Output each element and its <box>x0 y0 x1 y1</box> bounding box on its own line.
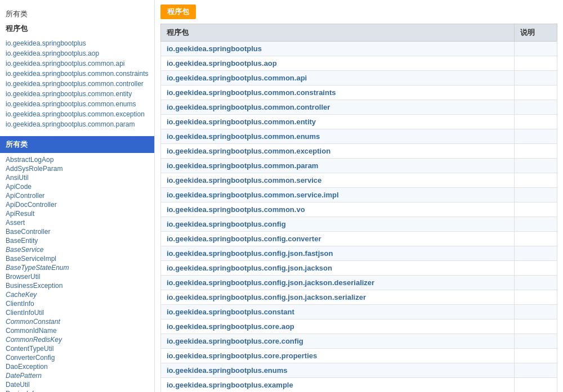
sidebar-package-link[interactable]: io.geekidea.springbootplus.common.constr… <box>0 69 154 79</box>
sidebar-package-link[interactable]: io.geekidea.springbootplus.aop <box>0 48 154 58</box>
sidebar-all-classes-header: 所有类 <box>0 136 154 153</box>
package-link[interactable]: io.geekidea.springbootplus.config.conver… <box>167 235 321 243</box>
sidebar-class-item[interactable]: ClientInfo <box>0 299 154 308</box>
package-link[interactable]: io.geekidea.springbootplus.example <box>167 381 293 389</box>
package-desc-cell <box>515 261 557 276</box>
sidebar-class-item[interactable]: BaseTypeStateEnum <box>0 263 154 272</box>
sidebar-class-item[interactable]: ConverterConfig <box>0 353 154 362</box>
sidebar-package-link[interactable]: io.geekidea.springbootplus.common.api <box>0 58 154 69</box>
package-link[interactable]: io.geekidea.springbootplus.aop <box>167 59 277 67</box>
table-row: io.geekidea.springbootplus.core.properti… <box>161 349 557 363</box>
package-link[interactable]: io.geekidea.springbootplus <box>167 44 262 53</box>
table-row: io.geekidea.springbootplus.common.enums <box>161 129 557 144</box>
sidebar-class-item[interactable]: ApiResult <box>0 209 154 218</box>
table-header-row: 程序包 说明 <box>161 24 557 42</box>
sidebar-class-item[interactable]: CacheKey <box>0 290 154 299</box>
package-name-cell: io.geekidea.springbootplus.common.contro… <box>161 100 515 115</box>
sidebar-class-item[interactable]: AnsiUtil <box>0 173 154 182</box>
package-desc-cell <box>515 363 557 378</box>
package-link[interactable]: io.geekidea.springbootplus.config.json.j… <box>167 278 374 287</box>
table-row: io.geekidea.springbootplus.enums <box>161 363 557 378</box>
package-link[interactable]: io.geekidea.springbootplus.enums <box>167 366 288 375</box>
table-row: io.geekidea.springbootplus.common.api <box>161 71 557 85</box>
package-link[interactable]: io.geekidea.springbootplus.common.vo <box>167 205 305 214</box>
package-link[interactable]: io.geekidea.springbootplus.common.except… <box>167 147 330 155</box>
package-desc-cell <box>515 290 557 305</box>
sidebar-class-item[interactable]: Assert <box>0 218 154 227</box>
table-row: io.geekidea.springbootplus.common.servic… <box>161 173 557 188</box>
package-link[interactable]: io.geekidea.springbootplus.common.servic… <box>167 191 339 199</box>
package-link[interactable]: io.geekidea.springbootplus.common.enums <box>167 132 320 141</box>
package-tab[interactable]: 程序包 <box>160 4 196 19</box>
package-link[interactable]: io.geekidea.springbootplus.common.api <box>167 74 307 82</box>
package-link[interactable]: io.geekidea.springbootplus.config.json.f… <box>167 249 333 258</box>
package-name-cell: io.geekidea.springbootplus.common.except… <box>161 144 515 159</box>
package-link[interactable]: io.geekidea.springbootplus.core.config <box>167 337 303 345</box>
col-description: 说明 <box>515 24 557 42</box>
package-name-cell: io.geekidea.springbootplus.aop <box>161 56 515 71</box>
sidebar-class-item[interactable]: AbstractLogAop <box>0 155 154 164</box>
sidebar-class-item[interactable]: CommonIdName <box>0 326 154 335</box>
package-link[interactable]: io.geekidea.springbootplus.common.constr… <box>167 88 336 97</box>
package-name-cell: io.geekidea.springbootplus.config.json.j… <box>161 290 515 305</box>
sidebar-class-item[interactable]: BaseService <box>0 245 154 254</box>
package-desc-cell <box>515 305 557 319</box>
sidebar-class-item[interactable]: DaoException <box>0 362 154 371</box>
sidebar-class-item[interactable]: BaseEntity <box>0 236 154 245</box>
sidebar-package-link[interactable]: io.geekidea.springbootplus.common.except… <box>0 109 154 119</box>
package-link[interactable]: io.geekidea.springbootplus.common.param <box>167 161 318 170</box>
package-name-cell: io.geekidea.springbootplus.common.param <box>161 159 515 173</box>
package-link[interactable]: io.geekidea.springbootplus.config.json.j… <box>167 264 332 272</box>
package-desc-cell <box>515 42 557 56</box>
sidebar-class-item[interactable]: ApiCode <box>0 182 154 191</box>
package-desc-cell <box>515 217 557 232</box>
sidebar-package-link[interactable]: io.geekidea.springbootplus.common.entity <box>0 89 154 99</box>
package-link[interactable]: io.geekidea.springbootplus.config <box>167 220 286 228</box>
package-desc-cell <box>515 115 557 129</box>
package-link[interactable]: io.geekidea.springbootplus.common.entity <box>167 118 316 126</box>
table-row: io.geekidea.springbootplus.config.conver… <box>161 232 557 246</box>
package-link[interactable]: io.geekidea.springbootplus.core.properti… <box>167 352 317 360</box>
package-name-cell: io.geekidea.springbootplus.common.vo <box>161 202 515 217</box>
sidebar-class-item[interactable]: ContentTypeUtil <box>0 344 154 353</box>
package-name-cell: io.geekidea.springbootplus.core.aop <box>161 319 515 334</box>
package-desc-cell <box>515 188 557 202</box>
sidebar-class-item[interactable]: DatePattern <box>0 371 154 380</box>
package-name-cell: io.geekidea.springbootplus.config.json.f… <box>161 246 515 261</box>
package-desc-cell <box>515 159 557 173</box>
sidebar-class-item[interactable]: DateUtil <box>0 380 154 389</box>
package-desc-cell <box>515 232 557 246</box>
sidebar-class-item[interactable]: ApiController <box>0 191 154 200</box>
sidebar-class-item[interactable]: BrowserUtil <box>0 272 154 281</box>
sidebar-top-all-classes-label: 所有类 <box>0 6 154 21</box>
sidebar-class-item[interactable]: BaseController <box>0 227 154 236</box>
package-link[interactable]: io.geekidea.springbootplus.constant <box>167 308 294 316</box>
table-row: io.geekidea.springbootplus.common.param <box>161 159 557 173</box>
package-desc-cell <box>515 100 557 115</box>
sidebar-class-item[interactable]: BaseServiceImpl <box>0 254 154 263</box>
sidebar-package-link[interactable]: io.geekidea.springbootplus.common.param <box>0 119 154 129</box>
sidebar-package-link[interactable]: io.geekidea.springbootplus <box>0 38 154 48</box>
package-link[interactable]: io.geekidea.springbootplus.common.contro… <box>167 103 330 111</box>
package-link[interactable]: io.geekidea.springbootplus.core.aop <box>167 322 294 331</box>
package-name-cell: io.geekidea.springbootplus.core.properti… <box>161 349 515 363</box>
sidebar-package-links: io.geekidea.springbootplusio.geekidea.sp… <box>0 36 154 132</box>
sidebar-class-item[interactable]: CommonRedisKey <box>0 335 154 344</box>
package-desc-cell <box>515 71 557 85</box>
package-table: 程序包 说明 io.geekidea.springbootplusio.geek… <box>160 24 557 392</box>
table-row: io.geekidea.springbootplus.common.contro… <box>161 100 557 115</box>
sidebar-package-link[interactable]: io.geekidea.springbootplus.common.contro… <box>0 79 154 89</box>
table-row: io.geekidea.springbootplus.common.except… <box>161 144 557 159</box>
sidebar-class-item[interactable]: BusinessException <box>0 281 154 290</box>
table-row: io.geekidea.springbootplus.common.servic… <box>161 188 557 202</box>
sidebar-class-item[interactable]: CommonConstant <box>0 317 154 326</box>
sidebar-class-item[interactable]: ApiDocController <box>0 200 154 209</box>
sidebar-class-item[interactable]: DeviceInfo <box>0 389 154 392</box>
package-name-cell: io.geekidea.springbootplus <box>161 42 515 56</box>
package-link[interactable]: io.geekidea.springbootplus.config.json.j… <box>167 293 366 301</box>
sidebar-package-link[interactable]: io.geekidea.springbootplus.common.enums <box>0 99 154 109</box>
sidebar-class-item[interactable]: AddSysRoleParam <box>0 164 154 173</box>
package-desc-cell <box>515 85 557 100</box>
package-link[interactable]: io.geekidea.springbootplus.common.servic… <box>167 176 321 184</box>
sidebar-class-item[interactable]: ClientInfoUtil <box>0 308 154 317</box>
